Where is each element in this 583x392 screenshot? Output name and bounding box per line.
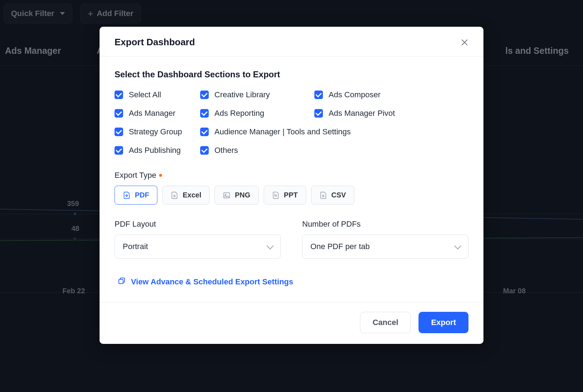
checkbox-creative-library[interactable]: Creative Library <box>200 90 314 99</box>
check-icon <box>115 109 123 118</box>
checkbox-label: Ads Publishing <box>129 146 181 155</box>
modal-overlay: Export Dashboard Select the Dashboard Se… <box>0 0 583 392</box>
modal-footer: Cancel Export <box>100 302 483 344</box>
checkbox-select-all[interactable]: Select All <box>115 90 200 99</box>
check-icon <box>200 128 209 136</box>
type-label: PDF <box>135 191 149 199</box>
modal-title: Export Dashboard <box>115 37 195 48</box>
check-icon <box>314 109 323 118</box>
close-icon[interactable] <box>461 38 468 46</box>
type-label: CSV <box>331 191 346 199</box>
checkbox-label: Ads Manager <box>129 109 176 118</box>
modal-body: Select the Dashboard Sections to Export … <box>100 57 483 302</box>
checkbox-ads-reporting[interactable]: Ads Reporting <box>200 109 314 118</box>
checkbox-label: Ads Composer <box>329 90 381 99</box>
check-icon <box>314 91 323 99</box>
cancel-button[interactable]: Cancel <box>360 312 411 333</box>
check-icon <box>200 146 209 155</box>
chevron-down-icon <box>454 242 461 249</box>
check-icon <box>200 91 209 99</box>
advanced-settings-link[interactable]: View Advance & Scheduled Export Settings <box>115 274 468 298</box>
modal-header: Export Dashboard <box>100 27 483 57</box>
export-type-ppt[interactable]: PPT <box>264 186 306 205</box>
export-type-csv[interactable]: CSV <box>311 186 354 205</box>
csv-icon <box>319 191 327 199</box>
checkbox-label: Select All <box>129 90 161 99</box>
export-type-excel[interactable]: Excel <box>162 186 209 205</box>
num-pdfs-select[interactable]: One PDF per tab <box>302 234 468 259</box>
type-label: Excel <box>183 191 201 199</box>
export-type-label-text: Export Type <box>115 171 156 180</box>
export-dashboard-modal: Export Dashboard Select the Dashboard Se… <box>100 27 483 344</box>
type-label: PNG <box>235 191 250 199</box>
type-label: PPT <box>284 191 298 199</box>
external-link-icon <box>117 277 126 287</box>
svg-point-2 <box>225 194 226 195</box>
checkbox-label: Others <box>214 146 238 155</box>
checkbox-ads-publishing[interactable]: Ads Publishing <box>115 146 200 155</box>
chevron-down-icon <box>267 242 274 249</box>
svg-rect-3 <box>119 279 123 284</box>
dropdown-row: PDF Layout Portrait Number of PDFs One P… <box>115 220 468 259</box>
check-icon <box>115 91 123 99</box>
checkbox-others[interactable]: Others <box>200 146 314 155</box>
pdf-layout-label: PDF Layout <box>115 220 281 229</box>
check-icon <box>115 146 123 155</box>
pdf-icon <box>123 191 131 199</box>
pdf-layout-value: Portrait <box>123 242 148 251</box>
check-icon <box>115 128 123 136</box>
checkbox-strategy-group[interactable]: Strategy Group <box>115 127 200 136</box>
export-button[interactable]: Export <box>419 312 468 333</box>
num-pdfs-value: One PDF per tab <box>310 242 370 251</box>
png-icon <box>223 191 230 199</box>
check-icon <box>200 109 209 118</box>
checkbox-label: Ads Manager Pivot <box>329 109 395 118</box>
export-type-row: PDF Excel PNG <box>115 186 468 205</box>
export-type-png[interactable]: PNG <box>214 186 258 205</box>
sections-checkbox-grid: Select All Creative Library Ads Composer… <box>115 90 468 155</box>
checkbox-ads-manager-pivot[interactable]: Ads Manager Pivot <box>314 109 468 118</box>
checkbox-label: Strategy Group <box>129 127 182 136</box>
checkbox-ads-manager[interactable]: Ads Manager <box>115 109 200 118</box>
checkbox-label: Ads Reporting <box>214 109 264 118</box>
advanced-link-text: View Advance & Scheduled Export Settings <box>131 277 293 287</box>
checkbox-audience-tools[interactable]: Audience Manager | Tools and Settings <box>200 127 468 136</box>
num-pdfs-label: Number of PDFs <box>302 220 468 229</box>
export-type-label: Export Type <box>115 171 468 180</box>
checkbox-ads-composer[interactable]: Ads Composer <box>314 90 468 99</box>
ppt-icon <box>272 191 280 199</box>
pdf-layout-select[interactable]: Portrait <box>115 234 281 259</box>
checkbox-label: Creative Library <box>214 90 270 99</box>
svg-point-0 <box>126 195 127 196</box>
excel-icon <box>171 191 178 199</box>
required-indicator-icon <box>159 174 162 177</box>
export-type-pdf[interactable]: PDF <box>115 186 157 205</box>
checkbox-label: Audience Manager | Tools and Settings <box>214 127 351 136</box>
sections-heading: Select the Dashboard Sections to Export <box>115 69 468 79</box>
